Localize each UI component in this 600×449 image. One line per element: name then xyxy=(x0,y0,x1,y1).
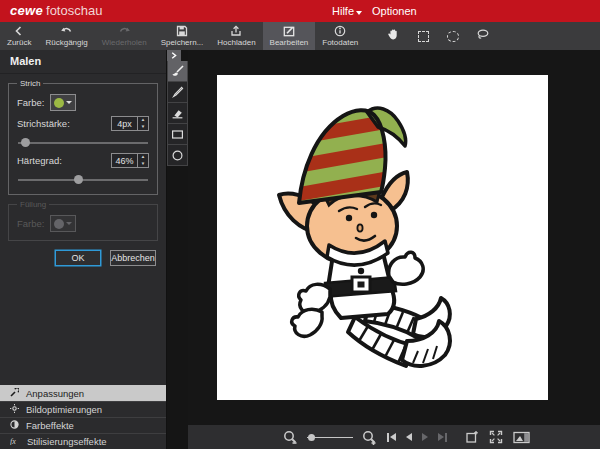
collapse-panel-button[interactable] xyxy=(167,50,181,61)
zoom-out-icon xyxy=(283,430,298,445)
last-image-button[interactable] xyxy=(438,433,447,442)
spinner-down-icon[interactable]: ▼ xyxy=(138,124,148,131)
ellipse-tool[interactable] xyxy=(167,145,188,166)
next-icon xyxy=(422,433,428,441)
zoom-slider[interactable] xyxy=(307,433,353,442)
fx-icon: fx xyxy=(10,436,20,447)
fill-color-label: Farbe: xyxy=(17,218,44,229)
chevron-down-icon xyxy=(66,222,72,225)
category-stilisierungseffekte[interactable]: fx Stilisierungseffekte xyxy=(0,433,166,449)
category-anpassungen[interactable]: Anpassungen xyxy=(0,385,166,401)
chevron-left-icon xyxy=(13,25,25,37)
back-button[interactable]: Zurück xyxy=(0,22,38,50)
brand-fotoschau: fotoschau xyxy=(46,3,102,18)
zoom-slider-thumb[interactable] xyxy=(308,434,315,441)
cancel-button[interactable]: Abbrechen xyxy=(110,250,156,266)
hand-tool[interactable] xyxy=(378,22,408,50)
spinner-arrows[interactable]: ▲▼ xyxy=(137,117,148,130)
app-logo: cewefotoschau xyxy=(10,3,102,18)
save-button[interactable]: Speichern... xyxy=(154,22,211,50)
upload-icon xyxy=(230,25,242,37)
rectangle-select-icon xyxy=(418,31,429,42)
ok-button[interactable]: OK xyxy=(55,250,101,266)
fill-color-picker xyxy=(50,215,76,232)
effect-categories: Anpassungen Bildoptimierungen Farbeffekt… xyxy=(0,385,166,449)
drawing-tool-strip xyxy=(167,50,188,166)
canvas-area[interactable] xyxy=(188,50,600,425)
brush-icon xyxy=(171,65,184,78)
slider-track xyxy=(18,179,148,181)
stroke-width-label: Strichstärke: xyxy=(17,118,70,129)
info-icon xyxy=(334,25,346,37)
edit-icon xyxy=(283,25,295,37)
elf-illustration xyxy=(217,75,548,400)
fullscreen-button[interactable] xyxy=(489,430,503,444)
previous-image-button[interactable] xyxy=(406,433,412,441)
color-swatch xyxy=(54,98,64,108)
next-image-button[interactable] xyxy=(422,433,428,441)
stroke-group: Strich Farbe: Strichstärke: 4px ▲▼ Härte… xyxy=(8,79,158,195)
category-farbeffekte[interactable]: Farbeffekte xyxy=(0,417,166,433)
paint-panel: Malen Strich Farbe: Strichstärke: 4px ▲▼… xyxy=(0,50,167,449)
stroke-width-slider-thumb[interactable] xyxy=(21,138,30,147)
menu-optionen[interactable]: Optionen xyxy=(372,5,417,17)
title-bar: cewefotoschau Hilfe Optionen xyxy=(0,0,600,22)
rectangle-tool[interactable] xyxy=(167,124,188,145)
spinner-arrows[interactable]: ▲▼ xyxy=(137,154,148,167)
redo-button[interactable]: Wiederholen xyxy=(95,22,154,50)
lasso-tool[interactable] xyxy=(468,22,498,50)
undo-button[interactable]: Rückgängig xyxy=(38,22,94,50)
ellipse-icon xyxy=(171,149,184,162)
previous-icon xyxy=(406,433,412,441)
stroke-width-spinner[interactable]: 4px ▲▼ xyxy=(111,116,149,131)
lasso-icon xyxy=(476,27,490,45)
pencil-icon xyxy=(171,86,184,99)
crop-icon xyxy=(465,430,479,444)
palette-icon xyxy=(10,420,19,431)
edit-button[interactable]: Bearbeiten xyxy=(263,22,316,50)
hardness-value: 46% xyxy=(112,154,137,167)
rectangle-select-tool[interactable] xyxy=(408,22,438,50)
image-panel-button[interactable] xyxy=(513,431,530,444)
crop-button[interactable] xyxy=(465,430,479,444)
upload-button[interactable]: Hochladen xyxy=(210,22,262,50)
zoom-in-button[interactable] xyxy=(362,430,377,445)
photo-canvas[interactable] xyxy=(217,75,548,400)
category-bildoptimierungen[interactable]: Bildoptimierungen xyxy=(0,401,166,417)
hardness-spinner[interactable]: 46% ▲▼ xyxy=(111,153,149,168)
pencil-tool[interactable] xyxy=(167,82,188,103)
stroke-color-label: Farbe: xyxy=(17,97,44,108)
svg-text:fx: fx xyxy=(10,437,16,446)
brand-cewe: cewe xyxy=(10,3,43,18)
spinner-down-icon[interactable]: ▼ xyxy=(138,161,148,168)
photo-data-button[interactable]: Fotodaten xyxy=(315,22,365,50)
chevron-right-icon xyxy=(171,52,177,59)
skip-last-icon xyxy=(438,433,444,441)
brush-tool[interactable] xyxy=(167,61,188,82)
fullscreen-icon xyxy=(489,430,503,444)
undo-icon xyxy=(60,25,73,37)
panel-title: Malen xyxy=(0,50,166,74)
eraser-tool[interactable] xyxy=(167,103,188,124)
zoom-in-icon xyxy=(362,430,377,445)
stroke-width-value: 4px xyxy=(112,117,137,130)
sun-icon xyxy=(10,404,19,415)
slider-track xyxy=(18,142,148,144)
hardness-slider-thumb[interactable] xyxy=(74,175,83,184)
zoom-out-button[interactable] xyxy=(283,430,298,445)
hardness-slider[interactable] xyxy=(18,175,148,185)
fill-group: Füllung Farbe: xyxy=(8,200,158,241)
status-bar xyxy=(188,425,600,449)
redo-icon xyxy=(118,25,131,37)
stroke-group-label: Strich xyxy=(17,79,43,88)
image-panel-icon xyxy=(513,431,530,444)
wrench-icon xyxy=(10,388,19,399)
ellipse-select-tool[interactable] xyxy=(438,22,468,50)
menu-hilfe[interactable]: Hilfe xyxy=(332,5,354,17)
ellipse-select-icon xyxy=(447,31,459,42)
stroke-width-slider[interactable] xyxy=(18,138,148,148)
chevron-down-icon[interactable] xyxy=(356,11,362,15)
fill-group-label: Füllung xyxy=(17,200,49,209)
stroke-color-picker[interactable] xyxy=(50,94,76,111)
first-image-button[interactable] xyxy=(387,433,396,442)
